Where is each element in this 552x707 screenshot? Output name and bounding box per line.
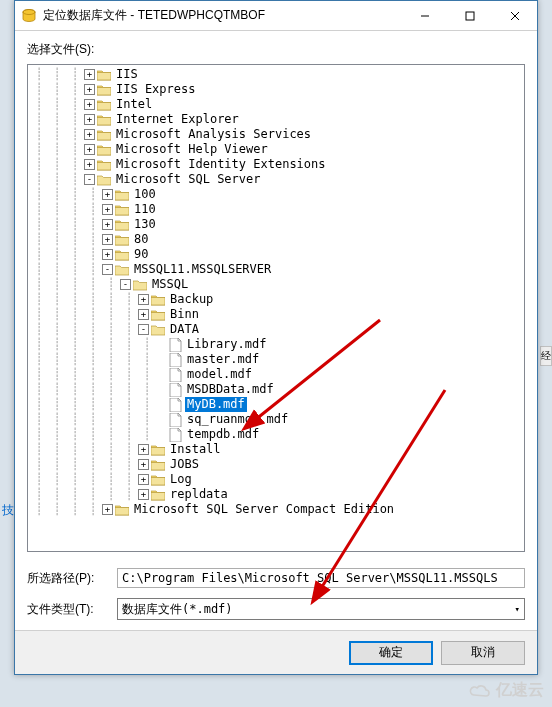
tree-label: Internet Explorer bbox=[114, 112, 241, 127]
tree-node-n110[interactable]: ┊┊┊┊+110 bbox=[30, 202, 522, 217]
tree-node-data[interactable]: ┊┊┊┊┊┊-DATA bbox=[30, 322, 522, 337]
bg-link: 技 bbox=[2, 502, 12, 516]
window-title: 定位数据库文件 - TETEDWPHCQTMBOF bbox=[43, 7, 402, 24]
tree-node-mss[interactable]: ┊┊┊-Microsoft SQL Server bbox=[30, 172, 522, 187]
tree-label: IIS Express bbox=[114, 82, 197, 97]
tree-node-ie[interactable]: ┊┊┊+Internet Explorer bbox=[30, 112, 522, 127]
tree-label: Library.mdf bbox=[185, 337, 268, 352]
expand-icon[interactable]: + bbox=[138, 294, 149, 305]
tree-node-jobs[interactable]: ┊┊┊┊┊┊+JOBS bbox=[30, 457, 522, 472]
tree-node-library[interactable]: ┊┊┊┊┊┊┊Library.mdf bbox=[30, 337, 522, 352]
expand-icon[interactable]: + bbox=[102, 234, 113, 245]
expand-icon[interactable]: + bbox=[84, 144, 95, 155]
tree-label: 130 bbox=[132, 217, 158, 232]
tree-node-n130[interactable]: ┊┊┊┊+130 bbox=[30, 217, 522, 232]
tree-node-sq[interactable]: ┊┊┊┊┊┊┊sq_ruanmou.mdf bbox=[30, 412, 522, 427]
expand-icon[interactable]: + bbox=[102, 504, 113, 515]
filetype-label: 文件类型(T): bbox=[27, 601, 117, 618]
tree-label: Intel bbox=[114, 97, 154, 112]
tree-label: Microsoft SQL Server Compact Edition bbox=[132, 502, 396, 517]
tree-label: IIS bbox=[114, 67, 140, 82]
minimize-button[interactable] bbox=[402, 1, 447, 30]
expand-icon[interactable]: + bbox=[138, 489, 149, 500]
tree-node-binn[interactable]: ┊┊┊┊┊┊+Binn bbox=[30, 307, 522, 322]
svg-rect-3 bbox=[466, 12, 474, 20]
svg-rect-14 bbox=[115, 207, 129, 215]
path-label: 所选路径(P): bbox=[27, 570, 117, 587]
tree-node-msdb[interactable]: ┊┊┊┊┊┊┊MSDBData.mdf bbox=[30, 382, 522, 397]
tree-node-mas[interactable]: ┊┊┊+Microsoft Analysis Services bbox=[30, 127, 522, 142]
expand-icon[interactable]: + bbox=[84, 99, 95, 110]
expand-icon[interactable]: + bbox=[138, 474, 149, 485]
svg-rect-10 bbox=[97, 132, 111, 140]
tree-label: repldata bbox=[168, 487, 230, 502]
svg-rect-16 bbox=[115, 237, 129, 245]
dialog-window: 定位数据库文件 - TETEDWPHCQTMBOF 选择文件(S): ┊┊┊+I… bbox=[14, 0, 538, 675]
tree-label: MSSQL11.MSSQLSERVER bbox=[132, 262, 273, 277]
svg-rect-23 bbox=[151, 492, 165, 500]
collapse-icon[interactable]: - bbox=[102, 264, 113, 275]
tree-node-compact[interactable]: ┊┊┊┊+Microsoft SQL Server Compact Editio… bbox=[30, 502, 522, 517]
tree-node-mie[interactable]: ┊┊┊+Microsoft Identity Extensions bbox=[30, 157, 522, 172]
tree-node-log[interactable]: ┊┊┊┊┊┊+Log bbox=[30, 472, 522, 487]
watermark: 亿速云 bbox=[468, 680, 544, 701]
expand-icon[interactable]: + bbox=[102, 219, 113, 230]
svg-rect-12 bbox=[97, 162, 111, 170]
ok-button[interactable]: 确定 bbox=[349, 641, 433, 665]
expand-icon[interactable]: + bbox=[84, 84, 95, 95]
path-value: C:\Program Files\Microsoft SQL Server\MS… bbox=[117, 568, 525, 588]
tree-node-mhv[interactable]: ┊┊┊+Microsoft Help Viewer bbox=[30, 142, 522, 157]
expand-icon[interactable]: + bbox=[84, 69, 95, 80]
tree-label: 80 bbox=[132, 232, 150, 247]
tree-node-mssql11[interactable]: ┊┊┊┊-MSSQL11.MSSQLSERVER bbox=[30, 262, 522, 277]
svg-rect-8 bbox=[97, 102, 111, 110]
svg-rect-21 bbox=[151, 462, 165, 470]
tree-label: 100 bbox=[132, 187, 158, 202]
svg-rect-20 bbox=[151, 447, 165, 455]
collapse-icon[interactable]: - bbox=[138, 324, 149, 335]
expand-icon[interactable]: + bbox=[138, 444, 149, 455]
collapse-icon[interactable]: - bbox=[84, 174, 95, 185]
tree-label: Install bbox=[168, 442, 223, 457]
folder-tree[interactable]: ┊┊┊+IIS┊┊┊+IIS Express┊┊┊+Intel┊┊┊+Inter… bbox=[27, 64, 525, 552]
tree-node-iis[interactable]: ┊┊┊+IIS bbox=[30, 67, 522, 82]
tree-label: Microsoft SQL Server bbox=[114, 172, 263, 187]
svg-rect-11 bbox=[97, 147, 111, 155]
tree-node-iis_express[interactable]: ┊┊┊+IIS Express bbox=[30, 82, 522, 97]
tree-label: model.mdf bbox=[185, 367, 254, 382]
tree-node-mssql[interactable]: ┊┊┊┊┊-MSSQL bbox=[30, 277, 522, 292]
expand-icon[interactable]: + bbox=[84, 114, 95, 125]
tree-node-install[interactable]: ┊┊┊┊┊┊+Install bbox=[30, 442, 522, 457]
expand-icon[interactable]: + bbox=[138, 309, 149, 320]
tree-node-model[interactable]: ┊┊┊┊┊┊┊model.mdf bbox=[30, 367, 522, 382]
tree-node-tempdb[interactable]: ┊┊┊┊┊┊┊tempdb.mdf bbox=[30, 427, 522, 442]
close-button[interactable] bbox=[492, 1, 537, 30]
expand-icon[interactable]: + bbox=[84, 159, 95, 170]
tree-label: DATA bbox=[168, 322, 201, 337]
tree-node-backup[interactable]: ┊┊┊┊┊┊+Backup bbox=[30, 292, 522, 307]
tree-node-master[interactable]: ┊┊┊┊┊┊┊master.mdf bbox=[30, 352, 522, 367]
expand-icon[interactable]: + bbox=[102, 249, 113, 260]
maximize-button[interactable] bbox=[447, 1, 492, 30]
tree-node-n80[interactable]: ┊┊┊┊+80 bbox=[30, 232, 522, 247]
svg-rect-7 bbox=[97, 87, 111, 95]
expand-icon[interactable]: + bbox=[102, 189, 113, 200]
tree-label: Microsoft Analysis Services bbox=[114, 127, 313, 142]
tree-node-n90[interactable]: ┊┊┊┊+90 bbox=[30, 247, 522, 262]
tree-node-repldata[interactable]: ┊┊┊┊┊┊+repldata bbox=[30, 487, 522, 502]
svg-rect-15 bbox=[115, 222, 129, 230]
svg-rect-17 bbox=[115, 252, 129, 260]
tree-label: MSDBData.mdf bbox=[185, 382, 276, 397]
tree-label: sq_ruanmou.mdf bbox=[185, 412, 290, 427]
expand-icon[interactable]: + bbox=[102, 204, 113, 215]
filetype-combo[interactable]: 数据库文件(*.mdf) ▾ bbox=[117, 598, 525, 620]
expand-icon[interactable]: + bbox=[138, 459, 149, 470]
collapse-icon[interactable]: - bbox=[120, 279, 131, 290]
tree-label: Microsoft Identity Extensions bbox=[114, 157, 328, 172]
tree-node-n100[interactable]: ┊┊┊┊+100 bbox=[30, 187, 522, 202]
app-icon bbox=[21, 8, 37, 24]
expand-icon[interactable]: + bbox=[84, 129, 95, 140]
tree-node-intel[interactable]: ┊┊┊+Intel bbox=[30, 97, 522, 112]
cancel-button[interactable]: 取消 bbox=[441, 641, 525, 665]
tree-node-mydb[interactable]: ┊┊┊┊┊┊┊MyDB.mdf bbox=[30, 397, 522, 412]
